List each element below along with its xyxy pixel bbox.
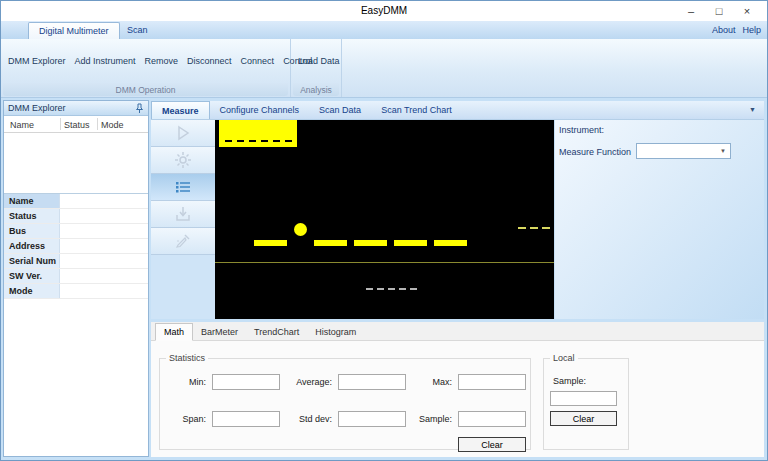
statistics-group-title: Statistics: [166, 353, 208, 363]
sample-label: Sample:: [408, 414, 452, 424]
help-link[interactable]: Help: [742, 25, 761, 35]
reading-dash-segment: [254, 240, 287, 246]
clean-icon: [174, 232, 192, 250]
measure-function-select[interactable]: ▼: [636, 143, 731, 159]
property-row-status[interactable]: Status: [4, 209, 148, 224]
min-label: Min:: [166, 377, 206, 387]
window-title: EasyDMM: [1, 5, 767, 16]
local-group: Local Sample: Clear: [543, 353, 629, 450]
settings-icon: [174, 151, 192, 169]
group-label-dmm-operation: DMM Operation: [3, 83, 288, 96]
tab-trendchart[interactable]: TrendChart: [246, 324, 307, 340]
explorer-panel-title: DMM Explorer: [8, 103, 135, 113]
property-row-address[interactable]: Address: [4, 239, 148, 254]
dmm-display: [215, 120, 554, 319]
easydmm-window: EasyDMM – □ × Digital Multimeter Scan Ab…: [0, 0, 768, 461]
tab-math[interactable]: Math: [155, 323, 193, 341]
minimize-button[interactable]: –: [677, 1, 705, 21]
analysis-panel: Math BarMeter TrendChart Histogram Stati…: [151, 322, 764, 457]
tab-barmeter[interactable]: BarMeter: [193, 324, 246, 340]
run-button[interactable]: [151, 120, 215, 147]
max-label: Max:: [412, 377, 452, 387]
property-row-mode[interactable]: Mode: [4, 284, 148, 299]
add-instrument-button[interactable]: Add Instrument: [74, 54, 137, 68]
connect-button[interactable]: Connect: [240, 54, 276, 68]
local-sample-label: Sample:: [553, 376, 586, 386]
reading-dash-segment: [394, 240, 427, 246]
list-view-button[interactable]: [151, 174, 215, 201]
clean-button[interactable]: [151, 228, 215, 255]
pin-icon[interactable]: [135, 103, 144, 114]
reading-dash-segment: [354, 240, 387, 246]
maximize-button[interactable]: □: [705, 1, 733, 21]
reading-decimal-dot: [294, 223, 307, 236]
column-header-status[interactable]: Status: [64, 120, 90, 130]
close-button[interactable]: ×: [733, 1, 761, 21]
ribbon-tab-strip: Digital Multimeter Scan About Help: [1, 21, 767, 39]
reading-dash-segment: [314, 240, 347, 246]
remove-button[interactable]: Remove: [144, 54, 180, 68]
property-row-bus[interactable]: Bus: [4, 224, 148, 239]
dmm-explorer-panel: DMM Explorer Name Status Mode Name Statu…: [3, 100, 149, 457]
run-icon: [174, 124, 192, 142]
ribbon-group-analysis: Load Data Analysis: [291, 39, 342, 97]
sample-field[interactable]: [458, 411, 526, 427]
display-secondary-reading: [366, 288, 417, 290]
statistics-group: Statistics Min: Average: Max: Span: Std …: [159, 353, 531, 450]
group-label-analysis: Analysis: [293, 83, 339, 96]
std-dev-field[interactable]: [338, 411, 406, 427]
combo-arrow-icon: ▼: [720, 148, 726, 154]
column-header-mode[interactable]: Mode: [101, 120, 124, 130]
instrument-panel: Instrument: Measure Function ▼: [555, 120, 764, 319]
about-link[interactable]: About: [712, 25, 736, 35]
analysis-tab-strip: Math BarMeter TrendChart Histogram: [151, 322, 764, 341]
tab-histogram[interactable]: Histogram: [307, 324, 364, 340]
display-reading: [254, 223, 467, 246]
max-field[interactable]: [458, 374, 526, 390]
display-unit: [518, 227, 550, 229]
property-grid: Name Status Bus Address Serial Num SW Ve…: [4, 194, 148, 299]
title-bar: EasyDMM – □ ×: [1, 1, 767, 21]
span-label: Span:: [166, 414, 206, 424]
display-divider: [215, 262, 554, 263]
disconnect-button[interactable]: Disconnect: [186, 54, 233, 68]
instrument-list[interactable]: [4, 133, 148, 194]
reading-dash-segment: [434, 240, 467, 246]
statistics-clear-button[interactable]: Clear: [458, 437, 526, 452]
save-icon: [174, 205, 192, 223]
ribbon: DMM Explorer Add Instrument Remove Disco…: [1, 39, 767, 98]
list-icon: [174, 178, 192, 196]
dmm-explorer-button[interactable]: DMM Explorer: [7, 54, 67, 68]
local-group-title: Local: [550, 353, 578, 363]
save-data-button[interactable]: [151, 201, 215, 228]
ribbon-group-dmm-operation: DMM Explorer Add Instrument Remove Disco…: [1, 39, 291, 97]
tab-scan-trend-chart[interactable]: Scan Trend Chart: [371, 101, 462, 119]
display-annunciator: [219, 120, 297, 147]
tab-measure[interactable]: Measure: [151, 101, 210, 119]
measure-toolbar: [151, 120, 215, 319]
column-header-name[interactable]: Name: [10, 120, 34, 130]
average-field[interactable]: [338, 374, 406, 390]
tab-overflow-icon[interactable]: ▼: [749, 106, 756, 113]
ribbon-tab-scan[interactable]: Scan: [117, 22, 158, 39]
std-dev-label: Std dev:: [284, 414, 332, 424]
load-data-button[interactable]: Load Data: [297, 54, 341, 68]
property-row-name[interactable]: Name: [4, 194, 148, 209]
average-label: Average:: [284, 377, 332, 387]
instrument-label: Instrument:: [559, 125, 604, 135]
local-clear-button[interactable]: Clear: [550, 411, 617, 426]
span-field[interactable]: [212, 411, 280, 427]
min-field[interactable]: [212, 374, 280, 390]
property-row-sw-ver[interactable]: SW Ver.: [4, 269, 148, 284]
main-tab-strip: Measure Configure Channels Scan Data Sca…: [151, 101, 764, 120]
ribbon-tab-digital-multimeter[interactable]: Digital Multimeter: [28, 22, 120, 39]
settings-button[interactable]: [151, 147, 215, 174]
explorer-column-headers: Name Status Mode: [4, 116, 148, 133]
tab-scan-data[interactable]: Scan Data: [309, 101, 371, 119]
property-row-serial-num[interactable]: Serial Num: [4, 254, 148, 269]
measure-function-label: Measure Function: [559, 147, 631, 157]
tab-configure-channels[interactable]: Configure Channels: [210, 101, 310, 119]
local-sample-field[interactable]: [550, 391, 617, 406]
